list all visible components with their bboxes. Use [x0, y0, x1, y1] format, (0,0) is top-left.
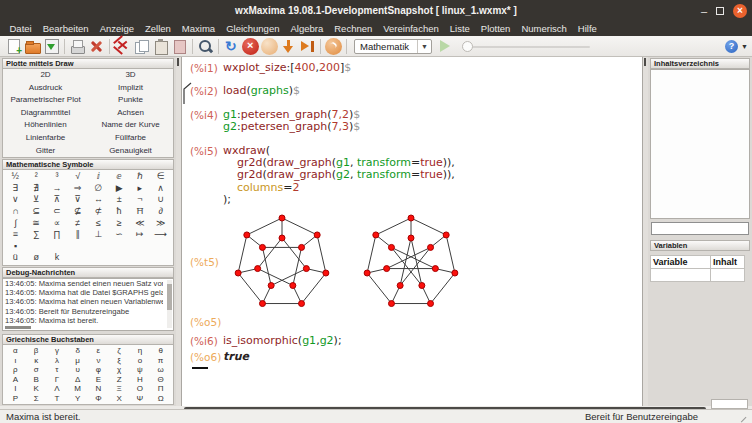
greek-letter-button[interactable]: γ	[47, 346, 68, 356]
menu-plotten[interactable]: Plotten	[475, 21, 516, 36]
variables-empty-cell[interactable]	[711, 269, 745, 282]
right-splitter[interactable]	[643, 57, 648, 406]
greek-letter-button[interactable]: A	[5, 375, 26, 385]
greek-letter-button[interactable]: Y	[67, 394, 88, 404]
cell-code[interactable]: is_isomorphic(g1,g2);	[223, 335, 642, 347]
math-symbol-button[interactable]: ∧	[150, 183, 171, 195]
math-symbol-button[interactable]: ≡	[5, 229, 26, 241]
math-symbol-button[interactable]: ∩	[5, 206, 26, 218]
menu-zellen[interactable]: Zellen	[139, 21, 176, 36]
help-icon[interactable]: ?	[725, 40, 738, 53]
open-icon[interactable]	[24, 38, 41, 55]
math-symbol-button[interactable]: ≅	[26, 218, 47, 230]
greek-letter-button[interactable]: σ	[26, 365, 47, 375]
splitter-grip-icon[interactable]	[177, 58, 179, 66]
cell-code[interactable]: load(graphs)$	[223, 85, 642, 97]
code-line[interactable]: g2:petersen_graph(7,3)$	[223, 121, 642, 133]
copy-icon[interactable]	[133, 38, 150, 55]
find-icon[interactable]	[197, 38, 214, 55]
math-symbol-button[interactable]: →	[47, 183, 68, 195]
greek-letter-button[interactable]: Ω	[150, 394, 171, 404]
greek-letter-button[interactable]: ζ	[109, 346, 130, 356]
save-icon[interactable]	[43, 38, 60, 55]
code-line[interactable]: load(graphs)$	[223, 85, 642, 97]
greek-letter-button[interactable]: Λ	[47, 384, 68, 394]
greek-letter-button[interactable]: ω	[150, 365, 171, 375]
math-symbol-button[interactable]: ±	[109, 194, 130, 206]
math-symbol-button[interactable]: ∄	[26, 183, 47, 195]
draw-button-f-llfarbe[interactable]: Füllfarbe	[88, 132, 173, 145]
math-symbol-button[interactable]: ▪	[5, 241, 26, 253]
greek-letter-button[interactable]: χ	[109, 365, 130, 375]
menu-vereinfachen[interactable]: Vereinfachen	[378, 21, 444, 36]
play-animation-icon[interactable]	[440, 40, 456, 52]
table-of-contents[interactable]	[650, 69, 750, 219]
greek-letter-button[interactable]: θ	[150, 346, 171, 356]
menu-bearbeiten[interactable]: Bearbeiten	[37, 21, 94, 36]
minimize-button[interactable]: –	[701, 7, 707, 15]
math-symbol-button[interactable]: k	[47, 252, 68, 264]
math-symbol-button[interactable]: ∈	[150, 171, 171, 183]
math-symbol-button[interactable]: ∂	[150, 206, 171, 218]
draw-button-gitter[interactable]: Gitter	[3, 145, 88, 158]
greek-letter-button[interactable]: ρ	[5, 365, 26, 375]
math-symbol-button[interactable]: ⊼	[47, 194, 68, 206]
greek-letter-button[interactable]: ε	[88, 346, 109, 356]
draw-button-h-henlinien[interactable]: Höhenlinien	[3, 119, 88, 132]
math-symbol-button[interactable]: ↔	[88, 194, 109, 206]
greek-letter-button[interactable]: κ	[26, 356, 47, 366]
interrupt-icon[interactable]	[242, 38, 259, 55]
code-line[interactable]: );	[223, 194, 642, 206]
math-symbol-button[interactable]: ∏	[47, 229, 68, 241]
draw-button-ausdruck[interactable]: Ausdruck	[3, 82, 88, 95]
menu-rechnen[interactable]: Rechnen	[329, 21, 378, 36]
menu-maxima[interactable]: Maxima	[176, 21, 220, 36]
greek-letter-button[interactable]: τ	[47, 365, 68, 375]
debug-vertical-scrollbar-thumb[interactable]	[167, 284, 172, 310]
variables-empty-cell[interactable]	[651, 269, 711, 282]
title-bar[interactable]: wxMaxima 19.08.1-DevelopmentSnapshot [ l…	[0, 0, 752, 21]
math-symbol-button[interactable]: ℏ	[130, 171, 151, 183]
math-symbol-button[interactable]: ∅	[88, 183, 109, 195]
restart-maxima-icon[interactable]	[223, 38, 240, 55]
math-symbol-button[interactable]: ∥	[67, 229, 88, 241]
draw-button-achsen[interactable]: Achsen	[88, 107, 173, 120]
math-symbol-button[interactable]: ⊻	[26, 194, 47, 206]
greek-letter-button[interactable]: φ	[88, 365, 109, 375]
draw-button-2d[interactable]: 2D	[3, 69, 88, 82]
greek-letter-button[interactable]: Ξ	[109, 384, 130, 394]
debug-vertical-scrollbar[interactable]	[167, 280, 172, 328]
close-button[interactable]: ×	[733, 4, 747, 18]
greek-letter-button[interactable]: λ	[47, 356, 68, 366]
greek-letter-button[interactable]: Φ	[88, 394, 109, 404]
math-symbol-button[interactable]: ³	[47, 171, 68, 183]
menu-hilfe[interactable]: Hilfe	[572, 21, 602, 36]
greek-letter-button[interactable]: υ	[67, 365, 88, 375]
greek-letter-button[interactable]: Z	[109, 375, 130, 385]
math-symbol-button[interactable]: ∑	[26, 229, 47, 241]
new-document-icon[interactable]	[5, 38, 22, 55]
cell-code[interactable]: g1:petersen_graph(7,2)$g2:petersen_graph…	[223, 109, 642, 134]
math-symbol-button[interactable]: ⊥	[88, 229, 109, 241]
math-symbol-button[interactable]: ≥	[109, 218, 130, 230]
math-symbol-button[interactable]: ¬	[130, 194, 151, 206]
math-symbol-button[interactable]: ↦	[130, 229, 151, 241]
greek-letter-button[interactable]: ψ	[130, 365, 151, 375]
greek-letter-button[interactable]: P	[5, 394, 26, 404]
math-symbol-button[interactable]: ½	[5, 171, 26, 183]
greek-letter-button[interactable]: E	[88, 375, 109, 385]
math-symbol-button[interactable]: ≫	[150, 218, 171, 230]
draw-button-punkte[interactable]: Punkte	[88, 94, 173, 107]
math-symbol-button[interactable]: ⊽	[67, 194, 88, 206]
draw-button-implizit[interactable]: Implizit	[88, 82, 173, 95]
greek-letter-button[interactable]: T	[47, 394, 68, 404]
math-symbol-button[interactable]: ⅇ	[109, 171, 130, 183]
worksheet-pane[interactable]: (%i1)wxplot_size:[400,200]$(%i2)load(gra…	[181, 57, 643, 406]
code-line[interactable]: true	[223, 351, 642, 363]
evaluate-ball-icon[interactable]	[261, 38, 278, 55]
math-symbol-button[interactable]: ⊈	[67, 206, 88, 218]
cell-code[interactable]: wxdraw( gr2d(draw_graph(g1, transform=tr…	[223, 145, 642, 207]
greek-letter-button[interactable]: ξ	[109, 356, 130, 366]
math-symbol-button[interactable]: ⟶	[150, 229, 171, 241]
math-symbol-button[interactable]: ħ	[109, 206, 130, 218]
